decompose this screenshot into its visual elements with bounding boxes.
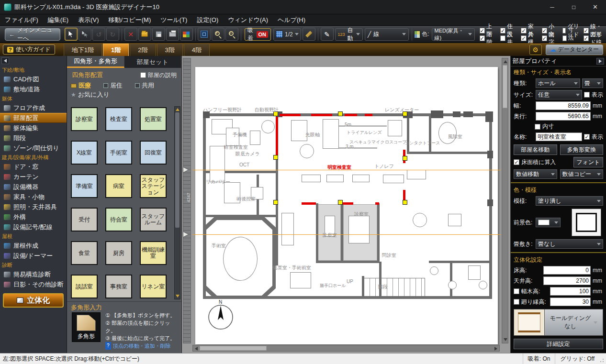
numeric-copy-dropdown[interactable]: 数値コピー: [560, 169, 604, 179]
room-button-検査室[interactable]: 検査室: [105, 107, 132, 131]
undo-button[interactable]: ↺: [92, 28, 105, 41]
room-name-input[interactable]: 明室検査室: [536, 132, 582, 141]
menu-item-編集(E)[interactable]: 編集(E): [43, 14, 73, 26]
sidebar-item-設備機器[interactable]: 設備機器: [0, 182, 67, 192]
layer-checkbox-ガイド線[interactable]: ✓ガイド線: [584, 34, 606, 42]
polygon-convert-button[interactable]: 多角形変換: [560, 144, 604, 155]
category-お気に入り[interactable]: ★お気に入り: [71, 90, 110, 99]
floor-tab-4階[interactable]: 4階: [184, 44, 210, 56]
layer-checkbox-文字[interactable]: ✓文字: [542, 34, 559, 42]
guide-marker[interactable]: [183, 167, 188, 172]
room-button-リネン室[interactable]: リネン室: [140, 275, 167, 298]
usage-guide-button[interactable]: ? 使い方ガイド: [3, 44, 55, 55]
scroll-right-icon[interactable]: [494, 347, 497, 351]
ceiling-height-input[interactable]: 2700: [543, 276, 591, 285]
room-button-厨房[interactable]: 厨房: [105, 241, 132, 265]
data-center-button[interactable]: ☁ データセンター: [546, 44, 603, 55]
minimize-button[interactable]: ─: [541, 0, 563, 14]
room-type-dropdown[interactable]: ホール: [536, 78, 580, 88]
scroll-up-icon[interactable]: [176, 108, 180, 111]
panel-tab-部屋セット[interactable]: 部屋セット: [124, 56, 182, 68]
scroll-down-icon[interactable]: [504, 338, 507, 341]
zoom-out-button[interactable]: −: [225, 28, 238, 41]
room-grid-scrollbar[interactable]: [174, 106, 180, 299]
crown-molding-checkbox[interactable]: 廻り縁高:: [514, 298, 548, 306]
menu-item-ツール(T)[interactable]: ツール(T): [156, 14, 192, 26]
canvas-hscrollbar[interactable]: [192, 345, 500, 352]
selection-handle[interactable]: [273, 155, 278, 160]
panel-tab-四角形・多角形[interactable]: 四角形・多角形: [67, 56, 124, 68]
polygon-button[interactable]: 多角形: [72, 312, 101, 342]
layer-checkbox-下階[interactable]: ✓下階: [480, 34, 496, 42]
tatami-unit-dropdown[interactable]: 畳: [582, 78, 603, 88]
width-input[interactable]: 8559.09: [536, 101, 591, 110]
selection-handle[interactable]: [403, 111, 407, 116]
line-type-dropdown[interactable]: ╱ 線: [365, 28, 409, 41]
numeric-move-dropdown[interactable]: 数値移動: [514, 169, 557, 179]
settings-gear-button[interactable]: ⚙: [529, 44, 542, 55]
dimension-auto-dropdown[interactable]: 123 自動: [335, 28, 363, 41]
font-button[interactable]: フォント: [573, 157, 603, 167]
menu-item-ファイル(F)[interactable]: ファイル(F): [0, 14, 43, 26]
category-共用[interactable]: 共用: [135, 81, 154, 90]
selection-handle[interactable]: [403, 156, 407, 161]
canvas-vscrollbar[interactable]: [502, 58, 508, 343]
sidebar-item-部屋配置[interactable]: 部屋配置: [0, 113, 67, 123]
room-button-処置室[interactable]: 処置室: [140, 107, 167, 131]
room-button-受付[interactable]: 受付: [71, 208, 98, 232]
drawing-canvas[interactable]: 4247 N ハンフリー視野計自動視野計レンズメーター予備機暗室検査室眼底カメラ…: [182, 56, 510, 353]
move-room-name-button[interactable]: 部屋名移動: [514, 144, 557, 155]
selection-handle[interactable]: [338, 200, 343, 205]
scrollbar-thumb[interactable]: [200, 346, 267, 351]
fit-view-button[interactable]: [198, 28, 211, 41]
zoom-in-button[interactable]: +: [212, 28, 224, 41]
menu-item-設定(O)[interactable]: 設定(O): [192, 14, 223, 26]
draw-line-button[interactable]: ✎: [321, 28, 334, 41]
room-button-回復室[interactable]: 回復室: [140, 141, 167, 165]
room-button-準備室[interactable]: 準備室: [71, 174, 98, 198]
scrollbar-thumb[interactable]: [503, 65, 507, 108]
size-show-checkbox[interactable]: 表示: [584, 91, 603, 99]
snap-toggle-button[interactable]: 吸着 ON: [245, 28, 271, 41]
open-button[interactable]: [138, 28, 151, 41]
sidebar-item-ゾーン/間仕切り[interactable]: ゾーン/間仕切り: [0, 143, 67, 153]
sidebar-item-CAD作図[interactable]: CAD作図: [0, 74, 67, 84]
redo-button[interactable]: ↻: [106, 28, 119, 41]
menu-item-移動/コピー(M)[interactable]: 移動/コピー(M): [104, 14, 156, 26]
selection-handle[interactable]: [273, 200, 278, 205]
sidebar-item-敷地/道路[interactable]: 敷地/道路: [0, 84, 67, 94]
menu-item-表示(V)[interactable]: 表示(V): [73, 14, 103, 26]
sidebar-item-フロア作成[interactable]: フロア作成: [0, 103, 67, 113]
room-button-スタッフルーム[interactable]: スタッフルーム: [140, 208, 167, 232]
color-scheme-dropdown[interactable]: MED(家具・線): [432, 28, 475, 41]
sidebar-item-屋根作成[interactable]: 屋根作成: [0, 241, 67, 251]
scroll-down-icon[interactable]: [176, 295, 180, 298]
inner-dimension-checkbox[interactable]: 内寸: [535, 122, 554, 131]
polygon-help-link[interactable]: ?頂点の移動・追加・削除: [105, 342, 180, 350]
room-button-食堂[interactable]: 食堂: [71, 241, 98, 265]
multi-select-tool-button[interactable]: [79, 28, 91, 41]
sidebar-item-日影・その他診断[interactable]: 日影・その他診断: [0, 279, 67, 289]
sidebar-item-設備/ドーマー[interactable]: 設備/ドーマー: [0, 251, 67, 261]
sidebar-item-カーテン[interactable]: カーテン: [0, 172, 67, 182]
sidebar-item-ドア・窓[interactable]: ドア・窓: [0, 162, 67, 172]
floor-tab-地下1階[interactable]: 地下1階: [64, 44, 102, 56]
resize-grip[interactable]: [599, 353, 606, 364]
panel-collapse-button[interactable]: [596, 58, 604, 65]
close-button[interactable]: ✕: [584, 0, 606, 14]
category-居住[interactable]: 居住: [103, 81, 123, 90]
menu-item-ヘルプ(H)[interactable]: ヘルプ(H): [273, 14, 310, 26]
floor-area-checkbox[interactable]: ✓ 床面積に算入: [514, 158, 556, 166]
category-医療[interactable]: 医療: [71, 81, 91, 90]
room-button-X線室[interactable]: X線室: [71, 141, 98, 165]
room-button-病室[interactable]: 病室: [105, 174, 132, 198]
selection-handle[interactable]: [273, 111, 278, 116]
floor-tab-2階[interactable]: 2階: [130, 44, 156, 56]
room-button-診察室[interactable]: 診察室: [71, 107, 98, 131]
depth-input[interactable]: 5690.65: [536, 112, 591, 121]
room-button-手術室[interactable]: 手術室: [105, 141, 132, 165]
detail-settings-button[interactable]: 詳細設定: [514, 339, 603, 349]
tatami-dropdown[interactable]: 畳なし: [536, 239, 603, 249]
sidebar-collapse-button[interactable]: [1, 57, 9, 64]
floor-tab-1階[interactable]: 1階: [103, 44, 129, 56]
